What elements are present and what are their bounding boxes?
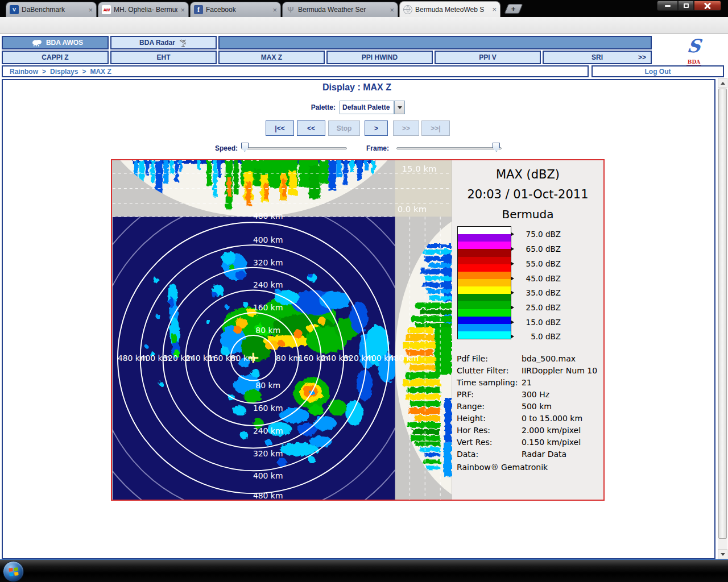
tab-close-icon[interactable]: × xyxy=(180,6,185,14)
nav-bda-radar[interactable]: BDA Radar xyxy=(110,36,217,49)
scale-band xyxy=(458,272,511,279)
tick-arrow-icon xyxy=(511,321,514,324)
breadcrumb-rainbow[interactable]: Rainbow xyxy=(10,68,38,76)
scale-tick: 25.0 dBZ xyxy=(511,302,561,313)
tab-title: Facebook xyxy=(206,6,270,14)
bws-trident-icon: Ψ xyxy=(286,5,295,14)
logo-swoosh-icon: S xyxy=(676,36,713,56)
scale-band xyxy=(458,301,511,309)
stop-button[interactable]: Stop xyxy=(328,120,360,136)
scroll-up-button[interactable] xyxy=(718,78,727,88)
nav-bda-awos[interactable]: BDA AWOS xyxy=(2,36,109,49)
meta-row: Range:500 km xyxy=(457,400,600,412)
frame-label: Frame: xyxy=(341,144,389,152)
browser-titlebar: V DaBenchmark × AW MH. Ophelia- Bermud ×… xyxy=(0,0,728,17)
svg-text:320 km: 320 km xyxy=(253,258,283,267)
web-page: BDA AWOS BDA Radar CAPPI Z EHT MAX Z PPI… xyxy=(0,34,728,559)
nav-label: MAX Z xyxy=(261,53,282,61)
nav-eht[interactable]: EHT xyxy=(110,51,217,64)
tick-arrow-icon xyxy=(511,291,514,294)
skip-end-button[interactable]: >>| xyxy=(421,120,450,136)
tick-arrow-icon xyxy=(511,247,514,251)
svg-text:80 km: 80 km xyxy=(255,326,280,335)
meta-row: Pdf File:bda_500.max xyxy=(457,352,600,364)
scale-band xyxy=(458,264,511,272)
svg-text:0.0 km: 0.0 km xyxy=(398,204,427,214)
skip-start-label: |<< xyxy=(275,124,284,132)
nav-ppi-hwind[interactable]: PPI HWIND xyxy=(326,51,433,64)
legend-site: Bermuda xyxy=(452,205,603,225)
logo-text: BDA xyxy=(686,59,701,65)
dabenchmark-icon: V xyxy=(10,5,19,14)
meta-row: PRF:300 Hz xyxy=(457,388,600,400)
play-label: > xyxy=(374,124,378,132)
tab-dabenchmark[interactable]: V DaBenchmark × xyxy=(6,2,97,17)
windows-flag-icon xyxy=(9,567,19,577)
nav-label: SRI xyxy=(592,53,603,61)
nav-sri[interactable]: SRI >> xyxy=(543,51,652,64)
logout-button[interactable]: Log Out xyxy=(592,65,724,77)
skip-start-button[interactable]: |<< xyxy=(266,120,294,136)
chevron-down-icon xyxy=(398,106,402,111)
svg-text:480 km: 480 km xyxy=(389,354,419,363)
window-restore-button[interactable] xyxy=(678,1,694,11)
scale-tick: 45.0 dBZ xyxy=(511,273,561,284)
legend-title: MAX (dBZ) xyxy=(452,165,603,185)
step-forward-button[interactable]: >> xyxy=(393,120,419,136)
scroll-down-button[interactable] xyxy=(718,549,727,559)
nav-label: EHT xyxy=(157,53,171,61)
svg-text:240 km: 240 km xyxy=(253,280,283,289)
scale-band xyxy=(458,227,511,234)
nav-label: BDA AWOS xyxy=(46,39,83,47)
scale-band xyxy=(458,309,511,317)
page-scrollbar[interactable] xyxy=(718,78,727,559)
tab-close-icon[interactable]: × xyxy=(272,6,277,14)
minimize-icon xyxy=(665,5,671,7)
tab-facebook[interactable]: f Facebook × xyxy=(190,2,281,17)
tick-arrow-icon xyxy=(511,262,514,265)
meta-row: Clutter Filter:IIRDoppler Num 10 xyxy=(457,364,600,376)
scale-band xyxy=(458,317,511,324)
nav-max-z[interactable]: MAX Z xyxy=(218,51,325,64)
palette-select[interactable]: Default Palette xyxy=(340,101,394,114)
step-back-button[interactable]: << xyxy=(297,120,325,136)
scale-tick: 5.0 dBZ xyxy=(511,331,561,342)
close-icon xyxy=(704,2,711,9)
play-button[interactable]: > xyxy=(365,120,388,136)
svg-text:320 km: 320 km xyxy=(253,449,283,458)
breadcrumb-max-z: MAX Z xyxy=(90,68,111,76)
tab-title: MH. Ophelia- Bermud xyxy=(114,6,177,14)
new-tab-button[interactable]: + xyxy=(504,4,523,14)
nav-ppi-v[interactable]: PPI V xyxy=(435,51,541,64)
globe-icon xyxy=(403,5,412,14)
meta-row: Data:Radar Data xyxy=(457,448,600,460)
nav-label: CAPPI Z xyxy=(42,53,68,61)
tab-close-icon[interactable]: × xyxy=(390,6,394,14)
palette-label: Palette: xyxy=(263,103,336,111)
tab-ophelia[interactable]: AW MH. Ophelia- Bermud × xyxy=(98,2,189,17)
scale-tick: 35.0 dBZ xyxy=(511,288,561,298)
svg-text:160 km: 160 km xyxy=(253,404,283,413)
tab-bermuda-weather[interactable]: Ψ Bermuda Weather Ser × xyxy=(282,2,398,17)
svg-text:480 km: 480 km xyxy=(253,211,283,221)
arrow-down-icon xyxy=(721,553,725,558)
scrollbar-thumb[interactable] xyxy=(718,89,727,539)
window-minimize-button[interactable] xyxy=(657,1,678,11)
tab-bermuda-meteoweb-active[interactable]: Bermuda MeteoWeb S × xyxy=(399,1,500,17)
plus-icon: + xyxy=(511,6,516,12)
nav-cappi-z[interactable]: CAPPI Z xyxy=(2,51,109,64)
radar-legend-panel: MAX (dBZ) 20:03 / 01-Oct-2011 Bermuda xyxy=(452,160,603,500)
accuweather-icon: AW xyxy=(102,5,111,14)
scale-band xyxy=(458,279,511,286)
frame-slider-track[interactable] xyxy=(396,147,502,149)
start-button[interactable] xyxy=(3,561,24,582)
breadcrumb-displays[interactable]: Displays xyxy=(50,68,78,76)
nav-more-button[interactable]: >> xyxy=(638,53,646,61)
tab-close-icon[interactable]: × xyxy=(88,6,93,14)
palette-dropdown-button[interactable] xyxy=(394,101,405,114)
speed-slider-track[interactable] xyxy=(241,147,347,149)
breadcrumb: Rainbow > Displays > MAX Z xyxy=(2,65,589,77)
tab-close-icon[interactable]: × xyxy=(492,6,497,13)
tick-arrow-icon xyxy=(511,232,514,236)
window-close-button[interactable] xyxy=(694,1,721,11)
